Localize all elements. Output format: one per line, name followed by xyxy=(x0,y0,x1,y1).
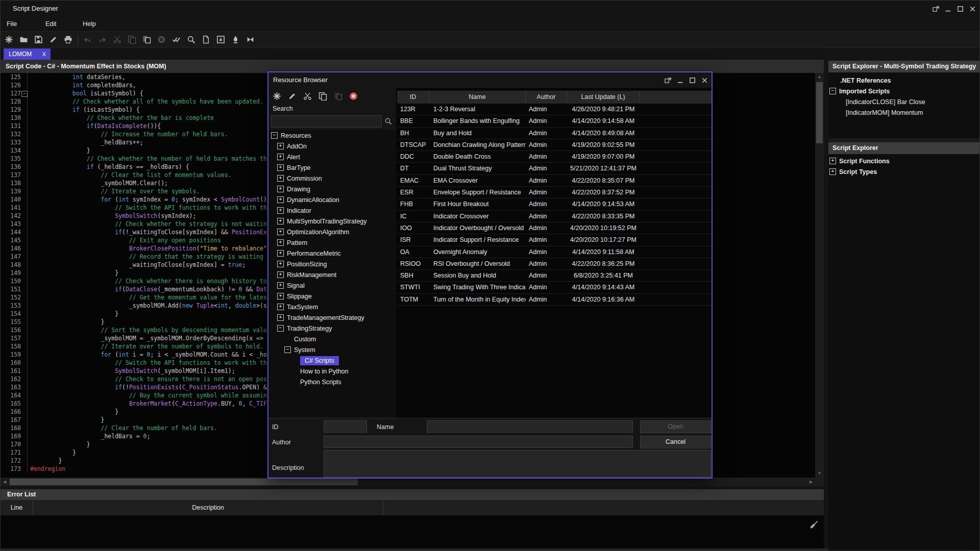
tree-item-alert[interactable]: +Alert xyxy=(268,152,395,162)
table-row-oa[interactable]: OAOvernight AnomalyAdmin4/14/2020 9:11:5… xyxy=(397,246,712,258)
maximize-icon[interactable] xyxy=(954,2,966,15)
search-icon[interactable] xyxy=(184,33,199,46)
new-resource-icon[interactable] xyxy=(269,89,284,103)
expander-plus-icon[interactable]: + xyxy=(277,271,284,278)
deploy-icon[interactable] xyxy=(243,33,258,46)
tab-lomom[interactable]: LOMOM X xyxy=(4,48,51,60)
column-header-author[interactable]: Author xyxy=(526,91,567,104)
lamp-icon[interactable] xyxy=(228,33,243,46)
expander-plus-icon[interactable]: + xyxy=(277,186,284,192)
minimize-icon[interactable] xyxy=(674,73,686,87)
table-row-fhb[interactable]: FHBFirst Hour BreakoutAdmin4/14/2020 9:1… xyxy=(397,198,712,210)
column-header-empty[interactable] xyxy=(640,91,712,104)
tree-item-net-references[interactable]: .NET References xyxy=(828,75,980,86)
scroll-up-icon[interactable]: ▲ xyxy=(815,73,824,81)
column-header-name[interactable]: Name xyxy=(429,91,526,104)
maximize-icon[interactable] xyxy=(686,73,698,87)
tree-item-slippage[interactable]: +Slippage xyxy=(268,291,395,302)
table-row-ddc[interactable]: DDCDouble Death CrossAdmin4/19/2020 9:07… xyxy=(397,151,712,163)
edit-pencil-icon[interactable] xyxy=(284,89,300,103)
cut-icon[interactable] xyxy=(300,89,315,103)
expander-plus-icon[interactable]: + xyxy=(277,154,284,160)
table-row-isr[interactable]: ISRIndicator Support / ResistanceAdmin4/… xyxy=(397,234,712,246)
paste-icon[interactable] xyxy=(139,33,154,46)
expander-plus-icon[interactable]: + xyxy=(829,168,836,175)
expander-plus-icon[interactable]: + xyxy=(277,282,284,289)
horizontal-scroll-thumb[interactable] xyxy=(10,479,358,485)
expander-minus-icon[interactable]: − xyxy=(271,132,278,139)
expander-plus-icon[interactable]: + xyxy=(277,293,284,299)
table-row-totm[interactable]: TOTMTurn of the Month in Equity IndexesA… xyxy=(397,294,712,306)
minimize-icon[interactable] xyxy=(942,2,954,15)
vertical-scrollbar[interactable]: ▲ ▼ xyxy=(815,73,824,478)
column-header-last-update-l-[interactable]: Last Update (L) xyxy=(567,91,640,104)
tree-item-indicatorclose-bar-close[interactable]: [IndicatorCLOSE] Bar Close xyxy=(828,96,980,107)
scroll-down-icon[interactable]: ▼ xyxy=(815,469,824,478)
table-row-123r[interactable]: 123R1-2-3 ReversalAdmin4/26/2020 9:48:21… xyxy=(397,104,712,115)
expander-plus-icon[interactable]: + xyxy=(277,175,284,182)
expander-minus-icon[interactable]: − xyxy=(284,346,291,353)
menu-file[interactable]: File xyxy=(4,17,20,31)
tree-item-performancemetric[interactable]: +PerformanceMetric xyxy=(268,248,395,259)
expander-plus-icon[interactable]: + xyxy=(277,250,284,257)
dialog-title-bar[interactable]: Resource Browser xyxy=(268,72,712,88)
table-row-emac[interactable]: EMACEMA CrossoverAdmin4/22/2020 8:35:07 … xyxy=(397,175,712,187)
search-input[interactable] xyxy=(271,115,382,128)
table-row-bh[interactable]: BHBuy and HoldAdmin4/14/2020 8:49:08 AM xyxy=(397,128,712,139)
expander-minus-icon[interactable]: − xyxy=(277,325,284,332)
expander-plus-icon[interactable]: + xyxy=(277,196,284,203)
save-icon[interactable] xyxy=(31,33,46,46)
tree-item-resources[interactable]: −Resources xyxy=(268,130,395,141)
tree-item-tradingstrategy[interactable]: −TradingStrategy xyxy=(268,323,395,334)
open-folder-icon[interactable] xyxy=(16,33,31,46)
expander-plus-icon[interactable]: + xyxy=(277,218,284,224)
expander-plus-icon[interactable]: + xyxy=(277,304,284,310)
tree-item-multisymboltradingstrategy[interactable]: +MultiSymbolTradingStrategy xyxy=(268,216,395,227)
print-icon[interactable] xyxy=(61,33,76,46)
table-row-esr[interactable]: ESREnvelope Support / ResistanceAdmin4/2… xyxy=(397,187,712,198)
search-icon[interactable] xyxy=(384,117,392,127)
expander-plus-icon[interactable]: + xyxy=(277,314,284,321)
tree-item-custom[interactable]: Custom xyxy=(268,334,395,344)
tree-item-pattern[interactable]: +Pattern xyxy=(268,237,395,248)
expander-plus-icon[interactable]: + xyxy=(277,229,284,235)
expander-plus-icon[interactable]: + xyxy=(829,158,836,164)
horizontal-scrollbar[interactable]: ◀ ▶ xyxy=(1,478,815,486)
table-row-stwti[interactable]: STWTISwing Trading With Three Indicators… xyxy=(397,282,712,293)
tree-item-c-scripts[interactable]: C# Scripts xyxy=(268,355,395,366)
error-column-description[interactable]: Description xyxy=(33,500,383,515)
dock-window-icon[interactable] xyxy=(929,2,942,15)
edit-pen-icon[interactable] xyxy=(46,33,61,46)
new-script-icon[interactable] xyxy=(2,33,16,46)
tree-item-imported-scripts[interactable]: −Imported Scripts xyxy=(828,86,980,96)
expander-plus-icon[interactable]: + xyxy=(277,261,284,267)
table-row-sbh[interactable]: SBHSession Buy and HoldAdmin6/8/2020 3:2… xyxy=(397,270,712,282)
tree-item-script-types[interactable]: +Script Types xyxy=(828,166,980,177)
tree-item-indicatormom-momentum[interactable]: [IndicatorMOM] Momentum xyxy=(828,107,980,118)
tree-item-signal[interactable]: +Signal xyxy=(268,280,395,291)
error-list-body[interactable] xyxy=(1,515,824,548)
close-icon[interactable] xyxy=(698,73,710,87)
expander-plus-icon[interactable]: + xyxy=(277,164,284,171)
tree-item-optimizationalgorithm[interactable]: +OptimizationAlgorithm xyxy=(268,227,395,237)
tree-item-riskmanagement[interactable]: +RiskManagement xyxy=(268,269,395,280)
tree-item-trademanagementstrategy[interactable]: +TradeManagementStrategy xyxy=(268,312,395,323)
collapse-region-icon[interactable]: − xyxy=(21,91,28,97)
table-row-dtscap[interactable]: DTSCAPDonchian Crawling Along PatternAdm… xyxy=(397,139,712,151)
close-icon[interactable] xyxy=(966,2,978,15)
tree-item-indicator[interactable]: +Indicator xyxy=(268,205,395,216)
export-icon[interactable] xyxy=(213,33,228,46)
tree-item-python-scripts[interactable]: Python Scripts xyxy=(268,377,395,387)
expander-plus-icon[interactable]: + xyxy=(277,143,284,149)
tree-item-how-to-in-python[interactable]: How to in Python xyxy=(268,366,395,377)
screwdriver-icon[interactable] xyxy=(807,518,820,531)
document-icon[interactable] xyxy=(199,33,213,46)
table-row-ioo[interactable]: IOOIndicator Overbought / OversoldAdmin4… xyxy=(397,222,712,234)
expander-plus-icon[interactable]: + xyxy=(277,207,284,214)
description-field[interactable] xyxy=(324,450,711,478)
open-button[interactable]: Open xyxy=(640,420,711,433)
column-header-id[interactable]: ID xyxy=(397,91,429,104)
name-field[interactable] xyxy=(427,420,633,433)
scroll-right-icon[interactable]: ▶ xyxy=(807,478,815,486)
tree-item-drawing[interactable]: +Drawing xyxy=(268,184,395,194)
